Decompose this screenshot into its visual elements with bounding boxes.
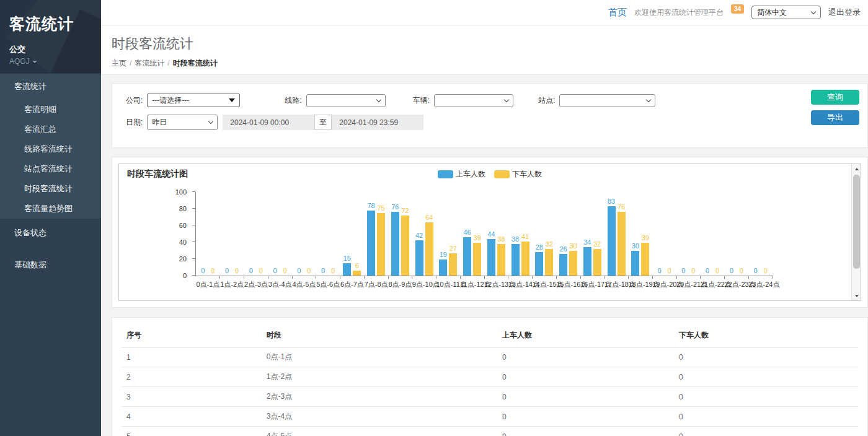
table-cell: 0 (674, 407, 858, 427)
sidebar-item-passenger-stats[interactable]: 客流统计 (0, 74, 101, 100)
bar-value-label: 46 (464, 229, 471, 236)
bar (473, 243, 481, 276)
bar-value-label: 0 (273, 267, 277, 274)
sidebar-subitem[interactable]: 站点客流统计 (0, 159, 101, 179)
sidebar-subitem[interactable]: 客流汇总 (0, 120, 101, 139)
y-axis-label: 20 (179, 255, 187, 263)
date-preset-value: 昨日 (152, 117, 167, 128)
bar (593, 249, 601, 276)
station-select[interactable] (559, 94, 655, 107)
sidebar-item-device-status[interactable]: 设备状态 (0, 219, 101, 246)
breadcrumb-current: 时段客流统计 (173, 59, 218, 68)
chart-legend: 上车人数 下车人数 (438, 169, 542, 180)
bar-value-label: 76 (391, 203, 399, 211)
sidebar-item-base-data[interactable]: 基础数据 (0, 251, 101, 279)
date-preset-select[interactable]: 昨日 (147, 115, 218, 130)
date-start-input[interactable]: 2024-01-09 00:00 (223, 115, 314, 130)
bar (449, 253, 457, 276)
bar-value-label: 15 (343, 255, 351, 262)
logout-link[interactable]: 退出登录 (828, 7, 861, 18)
bar-group: 0 (665, 192, 673, 276)
bar (487, 239, 495, 276)
bar-group: 83 (608, 192, 616, 276)
bar-value-label: 30 (570, 242, 577, 250)
sidebar: 客流统计 公交 AQGJ 客流统计 客流明细客流汇总线路客流统计站点客流统计时段… (0, 0, 101, 436)
scroll-thumb[interactable] (853, 175, 860, 269)
x-axis-label: 22点-23点 (725, 280, 749, 289)
vehicle-select[interactable] (434, 94, 513, 107)
chart-category: 0023点-24点 (748, 192, 773, 276)
breadcrumb: 主页/客流统计/时段客流统计 (112, 58, 868, 69)
bar-group: 0 (271, 192, 279, 276)
date-end-input[interactable]: 2024-01-09 23:59 (332, 115, 423, 130)
chart-category: 1566点-7点 (340, 192, 365, 276)
sidebar-subitem[interactable]: 客流明细 (0, 100, 101, 120)
table-cell: 0 (674, 347, 858, 367)
legend-label: 下车人数 (512, 169, 542, 180)
bar-group: 28 (535, 192, 543, 276)
chart-scrollbar[interactable] (851, 164, 861, 300)
sidebar-subitem[interactable]: 时段客流统计 (0, 179, 101, 199)
bar-group: 0 (727, 192, 735, 276)
breadcrumb-home[interactable]: 主页 (112, 59, 126, 68)
bar-group: 0 (295, 192, 303, 276)
x-axis-label: 21点-22点 (701, 280, 725, 289)
bar-group: 30 (569, 192, 577, 276)
chart-category: 001点-2点 (220, 192, 244, 276)
bar-group: 27 (449, 192, 457, 276)
legend-swatch-yellow (494, 170, 510, 178)
bar-group: 15 (343, 192, 351, 276)
legend-item-alighting[interactable]: 下车人数 (494, 169, 542, 180)
table-panel: 序号 时段 上车人数 下车人数 10点-1点0021点-2点0032点-3点00… (112, 317, 868, 436)
chart-category: 0020点-21点 (676, 192, 701, 276)
bar-group: 39 (473, 192, 481, 276)
content: 公司: ---请选择--- 线路: 车辆: 站点: (101, 75, 868, 436)
language-select[interactable]: 简体中文 (751, 6, 821, 19)
sidebar-submenu: 客流明细客流汇总线路客流统计站点客流统计时段客流统计客流量趋势图 (0, 100, 101, 219)
bar-value-label: 72 (401, 207, 409, 214)
user-dropdown[interactable]: AQGJ (9, 57, 101, 66)
bar (618, 212, 626, 276)
bar-value-label: 32 (546, 240, 553, 248)
sidebar-subitem[interactable]: 线路客流统计 (0, 139, 101, 159)
company-select[interactable]: ---请选择--- (147, 94, 240, 107)
y-axis-label: 0 (183, 271, 187, 280)
bar-group: 32 (545, 192, 553, 276)
page-heading: 时段客流统计 主页/客流统计/时段客流统计 (101, 25, 868, 75)
filter-row-1: 公司: ---请选择--- 线路: 车辆: 站点: (126, 94, 799, 107)
bar (535, 252, 543, 276)
bar-value-label: 0 (249, 267, 253, 274)
bar-value-label: 0 (307, 267, 311, 274)
stats-table: 序号 时段 上车人数 下车人数 10点-1点0021点-2点0032点-3点00… (122, 323, 858, 436)
export-button[interactable]: 导出 (811, 110, 859, 125)
home-link[interactable]: 首页 (608, 7, 627, 19)
filter-row-2: 日期: 昨日 2024-01-09 00:00 至 2024-01-09 23:… (126, 115, 799, 130)
topbar: 首页 欢迎使用客流统计管理平台 34 简体中文 退出登录 (101, 0, 868, 25)
company-select-value: ---请选择--- (152, 95, 189, 106)
bar-value-label: 39 (642, 234, 649, 242)
scroll-up-button[interactable] (852, 164, 861, 173)
table-cell: 0 (497, 367, 674, 387)
query-button[interactable]: 查询 (811, 90, 859, 105)
bar-value-label: 0 (658, 267, 662, 274)
bar-value-label: 75 (378, 204, 385, 212)
y-axis-label: 80 (179, 204, 187, 213)
bar-group: 64 (425, 192, 433, 276)
bar (401, 216, 409, 276)
chart-category: 003点-4点 (268, 192, 292, 276)
line-select[interactable] (306, 94, 386, 107)
date-label: 日期: (126, 117, 143, 128)
notification-badge[interactable]: 34 (731, 4, 744, 14)
bar-group: 0 (737, 192, 745, 276)
table-cell: 0 (497, 407, 674, 427)
scroll-down-button[interactable] (852, 291, 861, 300)
breadcrumb-passenger-stats[interactable]: 客流统计 (135, 59, 164, 68)
table-row: 32点-3点00 (122, 387, 858, 407)
table-cell: 0 (497, 427, 674, 436)
bar (631, 251, 639, 276)
col-header-boarding: 上车人数 (497, 323, 674, 347)
sidebar-subitem[interactable]: 客流量趋势图 (0, 199, 101, 219)
legend-item-boarding[interactable]: 上车人数 (438, 169, 485, 180)
bar-value-label: 0 (235, 267, 239, 274)
bar-value-label: 0 (668, 267, 671, 274)
